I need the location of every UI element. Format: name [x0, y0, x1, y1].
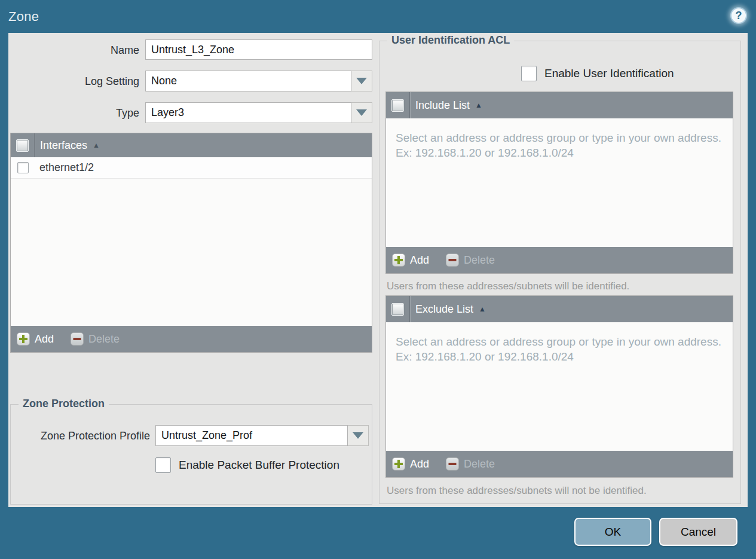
- include-list-column-header[interactable]: Include List: [415, 99, 470, 112]
- zone-protection-profile-row: Zone Protection Profile: [11, 425, 372, 447]
- dialog-body: Name Log Setting Type: [8, 33, 748, 507]
- zone-dialog-window: Zone ? Name Log Setting Type: [0, 0, 756, 559]
- select-all-checkbox[interactable]: [16, 139, 29, 152]
- interfaces-table-body: ethernet1/2: [11, 157, 372, 326]
- zone-protection-section: Zone Protection Zone Protection Profile …: [10, 404, 372, 505]
- chevron-down-icon: [356, 109, 367, 116]
- delete-icon: [446, 253, 459, 267]
- type-row: Type: [8, 102, 374, 124]
- type-select[interactable]: [145, 102, 372, 123]
- interfaces-table-footer: Add Delete: [11, 326, 372, 352]
- include-list-footer: Add Delete: [386, 247, 733, 273]
- include-list-caption: Users from these addresses/subnets will …: [387, 280, 629, 292]
- exclude-delete-button[interactable]: Delete: [446, 457, 495, 471]
- user-identification-acl-section: User Identification ACL Enable User Iden…: [379, 41, 741, 504]
- exclude-select-all-checkbox[interactable]: [391, 303, 404, 316]
- header-checkbox-cell: [386, 92, 410, 118]
- log-setting-select[interactable]: [145, 71, 372, 91]
- name-row: Name: [8, 39, 374, 61]
- header-checkbox-cell: [11, 133, 35, 157]
- chevron-down-icon: [353, 432, 363, 439]
- sort-asc-icon[interactable]: ▲: [475, 102, 482, 109]
- name-label: Name: [8, 44, 139, 57]
- exclude-delete-button-label: Delete: [464, 458, 495, 471]
- row-checkbox-cell: [11, 162, 35, 173]
- include-select-all-checkbox[interactable]: [391, 99, 404, 112]
- exclude-list-placeholder: Select an address or address group or ty…: [386, 322, 733, 364]
- exclude-list-table: Exclude List ▲ Select an address or addr…: [385, 295, 733, 478]
- log-setting-dropdown-button[interactable]: [351, 71, 372, 91]
- enable-packet-buffer-checkbox[interactable]: [155, 457, 171, 473]
- exclude-list-body[interactable]: Select an address or address group or ty…: [386, 322, 733, 451]
- cancel-button[interactable]: Cancel: [659, 518, 737, 546]
- include-list-table: Include List ▲ Select an address or addr…: [385, 91, 733, 274]
- exclude-list-column-header[interactable]: Exclude List: [415, 303, 473, 316]
- sort-asc-icon[interactable]: ▲: [93, 142, 100, 149]
- delete-button-label: Delete: [88, 333, 120, 346]
- exclude-add-button-label: Add: [410, 458, 429, 471]
- include-list-placeholder: Select an address or address group or ty…: [386, 118, 733, 160]
- ok-button[interactable]: OK: [574, 518, 651, 546]
- delete-icon: [446, 457, 459, 471]
- zone-protection-profile-input[interactable]: [155, 425, 348, 446]
- zone-protection-profile-dropdown-button[interactable]: [348, 425, 369, 446]
- name-input[interactable]: [145, 39, 372, 60]
- exclude-list-header: Exclude List ▲: [386, 296, 733, 322]
- include-delete-button[interactable]: Delete: [446, 253, 495, 267]
- header-checkbox-cell: [386, 296, 410, 322]
- include-delete-button-label: Delete: [464, 254, 495, 267]
- interfaces-column-header[interactable]: Interfaces: [40, 139, 87, 152]
- include-list-header: Include List ▲: [386, 92, 733, 118]
- include-add-button-label: Add: [410, 254, 429, 267]
- log-setting-label: Log Setting: [8, 75, 139, 88]
- add-icon: [392, 457, 405, 471]
- add-button[interactable]: Add: [17, 332, 54, 346]
- zone-protection-profile-select[interactable]: [155, 425, 369, 446]
- exclude-add-button[interactable]: Add: [392, 457, 429, 471]
- dialog-title: Zone: [8, 9, 39, 25]
- packet-buffer-protection-row: Enable Packet Buffer Protection: [155, 457, 339, 473]
- zone-protection-profile-label: Zone Protection Profile: [11, 430, 150, 442]
- zone-protection-legend: Zone Protection: [19, 398, 109, 410]
- include-add-button[interactable]: Add: [392, 253, 429, 267]
- log-setting-input[interactable]: [145, 71, 351, 91]
- table-row[interactable]: ethernet1/2: [11, 157, 372, 179]
- delete-button[interactable]: Delete: [71, 332, 120, 346]
- include-list-body[interactable]: Select an address or address group or ty…: [386, 118, 733, 247]
- log-setting-row: Log Setting: [8, 71, 374, 92]
- type-dropdown-button[interactable]: [351, 102, 372, 123]
- exclude-list-footer: Add Delete: [386, 451, 733, 477]
- type-label: Type: [8, 107, 139, 120]
- row-checkbox[interactable]: [17, 162, 29, 173]
- enable-user-identification-checkbox[interactable]: [521, 66, 537, 81]
- interfaces-table-header: Interfaces ▲: [11, 133, 372, 157]
- exclude-list-caption: Users from these addresses/subnets will …: [387, 485, 647, 497]
- type-input[interactable]: [145, 102, 351, 123]
- interfaces-table: Interfaces ▲ ethernet1/2 Add Del: [10, 133, 372, 353]
- user-identification-acl-legend: User Identification ACL: [387, 34, 514, 47]
- delete-icon: [71, 332, 84, 346]
- add-icon: [392, 253, 405, 267]
- chevron-down-icon: [356, 78, 367, 84]
- packet-buffer-label: Enable Packet Buffer Protection: [179, 459, 339, 472]
- enable-user-identification-row: Enable User Identification: [521, 66, 674, 81]
- sort-asc-icon[interactable]: ▲: [479, 306, 486, 313]
- help-icon[interactable]: ?: [730, 7, 747, 24]
- interface-name: ethernet1/2: [39, 161, 94, 174]
- add-icon: [17, 332, 30, 346]
- dialog-titlebar: Zone ?: [0, 0, 756, 33]
- add-button-label: Add: [35, 333, 54, 346]
- enable-user-identification-label: Enable User Identification: [544, 67, 674, 80]
